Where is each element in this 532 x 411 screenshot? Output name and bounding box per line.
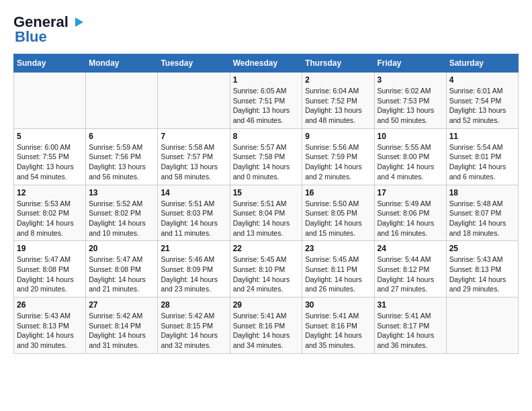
svg-marker-0	[75, 17, 83, 27]
day-info: Sunrise: 5:51 AM Sunset: 8:04 PM Dayligh…	[233, 199, 300, 238]
day-number: 1	[233, 75, 300, 85]
day-number: 13	[89, 188, 154, 197]
day-number: 8	[233, 132, 300, 141]
day-number: 28	[161, 300, 226, 310]
column-header-wednesday: Wednesday	[230, 54, 302, 73]
column-header-thursday: Thursday	[302, 54, 374, 73]
week-row-1: 1Sunrise: 6:05 AM Sunset: 7:51 PM Daylig…	[14, 73, 519, 129]
day-number: 17	[378, 188, 443, 197]
day-number: 5	[17, 132, 83, 141]
day-number: 22	[233, 244, 300, 253]
day-cell-4-5: 23Sunrise: 5:45 AM Sunset: 8:11 PM Dayli…	[302, 241, 374, 298]
day-info: Sunrise: 5:42 AM Sunset: 8:14 PM Dayligh…	[89, 311, 154, 351]
day-number: 19	[17, 244, 83, 253]
day-number: 23	[305, 244, 371, 253]
day-number: 10	[378, 132, 443, 141]
week-row-5: 26Sunrise: 5:43 AM Sunset: 8:13 PM Dayli…	[14, 298, 519, 354]
day-number: 27	[89, 300, 154, 310]
day-cell-1-2	[86, 73, 158, 129]
day-cell-2-3: 7Sunrise: 5:58 AM Sunset: 7:57 PM Daylig…	[158, 128, 230, 185]
day-cell-3-3: 14Sunrise: 5:51 AM Sunset: 8:03 PM Dayli…	[158, 185, 230, 241]
week-row-3: 12Sunrise: 5:53 AM Sunset: 8:02 PM Dayli…	[14, 185, 519, 241]
day-cell-5-7	[446, 298, 518, 354]
day-info: Sunrise: 5:56 AM Sunset: 7:59 PM Dayligh…	[305, 142, 371, 182]
day-cell-2-1: 5Sunrise: 6:00 AM Sunset: 7:55 PM Daylig…	[14, 128, 86, 185]
day-cell-4-1: 19Sunrise: 5:47 AM Sunset: 8:08 PM Dayli…	[14, 241, 86, 298]
day-cell-1-6: 3Sunrise: 6:02 AM Sunset: 7:53 PM Daylig…	[374, 73, 446, 129]
day-info: Sunrise: 5:41 AM Sunset: 8:16 PM Dayligh…	[233, 311, 300, 351]
day-number: 25	[449, 244, 515, 253]
column-header-friday: Friday	[374, 54, 446, 73]
day-cell-4-2: 20Sunrise: 5:47 AM Sunset: 8:08 PM Dayli…	[86, 241, 158, 298]
day-number: 16	[305, 188, 371, 197]
day-info: Sunrise: 5:49 AM Sunset: 8:06 PM Dayligh…	[378, 199, 443, 238]
day-number: 26	[17, 300, 83, 310]
day-number: 21	[161, 244, 226, 253]
day-cell-5-6: 31Sunrise: 5:41 AM Sunset: 8:17 PM Dayli…	[374, 298, 446, 354]
column-header-saturday: Saturday	[446, 54, 518, 73]
day-number: 2	[305, 75, 371, 85]
day-number: 14	[161, 188, 226, 197]
column-header-monday: Monday	[86, 54, 158, 73]
day-info: Sunrise: 5:54 AM Sunset: 8:01 PM Dayligh…	[449, 142, 515, 182]
day-number: 11	[449, 132, 515, 141]
day-cell-1-4: 1Sunrise: 6:05 AM Sunset: 7:51 PM Daylig…	[230, 73, 302, 129]
day-cell-2-7: 11Sunrise: 5:54 AM Sunset: 8:01 PM Dayli…	[446, 128, 518, 185]
day-info: Sunrise: 5:45 AM Sunset: 8:11 PM Dayligh…	[305, 255, 371, 294]
day-info: Sunrise: 5:55 AM Sunset: 8:00 PM Dayligh…	[378, 142, 443, 182]
day-cell-5-1: 26Sunrise: 5:43 AM Sunset: 8:13 PM Dayli…	[14, 298, 86, 354]
day-info: Sunrise: 5:50 AM Sunset: 8:05 PM Dayligh…	[305, 199, 371, 238]
day-cell-1-1	[14, 73, 86, 129]
day-info: Sunrise: 5:42 AM Sunset: 8:15 PM Dayligh…	[161, 311, 226, 351]
logo: General Blue	[13, 13, 85, 46]
day-info: Sunrise: 5:43 AM Sunset: 8:13 PM Dayligh…	[449, 255, 515, 294]
day-cell-3-6: 17Sunrise: 5:49 AM Sunset: 8:06 PM Dayli…	[374, 185, 446, 241]
day-cell-3-2: 13Sunrise: 5:52 AM Sunset: 8:02 PM Dayli…	[86, 185, 158, 241]
day-info: Sunrise: 6:04 AM Sunset: 7:52 PM Dayligh…	[305, 86, 371, 126]
day-cell-5-4: 29Sunrise: 5:41 AM Sunset: 8:16 PM Dayli…	[230, 298, 302, 354]
day-number: 6	[89, 132, 154, 141]
day-info: Sunrise: 5:59 AM Sunset: 7:56 PM Dayligh…	[89, 142, 154, 182]
day-info: Sunrise: 5:58 AM Sunset: 7:57 PM Dayligh…	[161, 142, 226, 182]
day-info: Sunrise: 5:53 AM Sunset: 8:02 PM Dayligh…	[17, 199, 83, 238]
day-number: 24	[378, 244, 443, 253]
day-number: 20	[89, 244, 154, 253]
day-info: Sunrise: 5:52 AM Sunset: 8:02 PM Dayligh…	[89, 199, 154, 238]
day-info: Sunrise: 5:41 AM Sunset: 8:16 PM Dayligh…	[305, 311, 371, 351]
day-info: Sunrise: 5:45 AM Sunset: 8:10 PM Dayligh…	[233, 255, 300, 294]
day-cell-1-3	[158, 73, 230, 129]
day-number: 3	[378, 75, 443, 85]
day-info: Sunrise: 6:05 AM Sunset: 7:51 PM Dayligh…	[233, 86, 300, 126]
logo-icon	[70, 15, 85, 30]
page-header: General Blue	[13, 13, 519, 46]
day-number: 4	[449, 75, 515, 85]
day-cell-4-3: 21Sunrise: 5:46 AM Sunset: 8:09 PM Dayli…	[158, 241, 230, 298]
day-cell-4-4: 22Sunrise: 5:45 AM Sunset: 8:10 PM Dayli…	[230, 241, 302, 298]
day-info: Sunrise: 6:00 AM Sunset: 7:55 PM Dayligh…	[17, 142, 83, 182]
day-cell-2-6: 10Sunrise: 5:55 AM Sunset: 8:00 PM Dayli…	[374, 128, 446, 185]
day-cell-2-5: 9Sunrise: 5:56 AM Sunset: 7:59 PM Daylig…	[302, 128, 374, 185]
day-info: Sunrise: 5:46 AM Sunset: 8:09 PM Dayligh…	[161, 255, 226, 294]
calendar-body: 1Sunrise: 6:05 AM Sunset: 7:51 PM Daylig…	[14, 73, 519, 354]
calendar-header-row: SundayMondayTuesdayWednesdayThursdayFrid…	[14, 54, 519, 73]
day-cell-5-2: 27Sunrise: 5:42 AM Sunset: 8:14 PM Dayli…	[86, 298, 158, 354]
day-cell-5-5: 30Sunrise: 5:41 AM Sunset: 8:16 PM Dayli…	[302, 298, 374, 354]
day-number: 15	[233, 188, 300, 197]
day-number: 12	[17, 188, 83, 197]
logo-blue: Blue	[15, 28, 47, 46]
day-cell-4-7: 25Sunrise: 5:43 AM Sunset: 8:13 PM Dayli…	[446, 241, 518, 298]
day-info: Sunrise: 5:48 AM Sunset: 8:07 PM Dayligh…	[449, 199, 515, 238]
day-info: Sunrise: 5:43 AM Sunset: 8:13 PM Dayligh…	[17, 311, 83, 351]
day-number: 9	[305, 132, 371, 141]
calendar-table: SundayMondayTuesdayWednesdayThursdayFrid…	[13, 54, 519, 354]
day-number: 29	[233, 300, 300, 310]
week-row-2: 5Sunrise: 6:00 AM Sunset: 7:55 PM Daylig…	[14, 128, 519, 185]
day-cell-2-4: 8Sunrise: 5:57 AM Sunset: 7:58 PM Daylig…	[230, 128, 302, 185]
day-info: Sunrise: 5:44 AM Sunset: 8:12 PM Dayligh…	[378, 255, 443, 294]
day-number: 31	[378, 300, 443, 310]
day-info: Sunrise: 5:47 AM Sunset: 8:08 PM Dayligh…	[17, 255, 83, 294]
day-number: 30	[305, 300, 371, 310]
day-cell-5-3: 28Sunrise: 5:42 AM Sunset: 8:15 PM Dayli…	[158, 298, 230, 354]
day-info: Sunrise: 5:41 AM Sunset: 8:17 PM Dayligh…	[378, 311, 443, 351]
column-header-tuesday: Tuesday	[158, 54, 230, 73]
